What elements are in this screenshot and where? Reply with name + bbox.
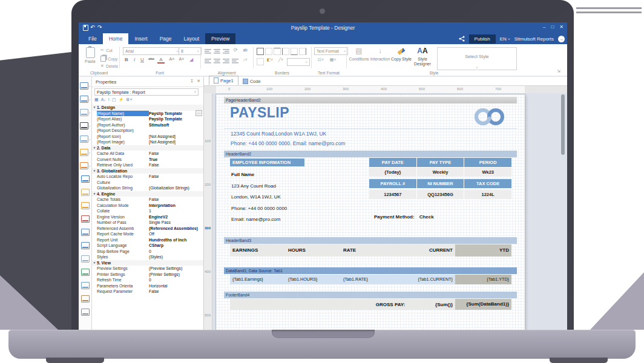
property-row[interactable]: Collate1 xyxy=(92,208,203,214)
table-icon[interactable] xyxy=(81,266,90,279)
page-nav-icon[interactable]: › xyxy=(80,93,90,106)
ellipsis-button[interactable]: … xyxy=(196,110,202,116)
report-cell[interactable]: QQ123456G xyxy=(417,190,465,199)
property-row[interactable]: Request ParameterFalse xyxy=(92,289,203,295)
menu-tab-file[interactable]: File xyxy=(82,33,103,44)
property-row[interactable]: Preview Settings(Preview Settings) xyxy=(92,266,203,272)
report-text[interactable]: London, W1A 1WJ, UK xyxy=(231,192,322,203)
report-cell[interactable]: 1224L xyxy=(464,190,511,199)
report-text[interactable]: Phone: +44 00 0000 0000 xyxy=(231,203,322,215)
property-row[interactable]: Report Cache ModeOff xyxy=(92,231,203,237)
property-row[interactable]: Auto Localize RepoFalse xyxy=(92,174,203,180)
panel-close-icon[interactable]: ✕ xyxy=(197,79,200,83)
left-border-icon[interactable] xyxy=(282,48,289,55)
align-center-icon[interactable] xyxy=(214,59,220,64)
account-avatar-icon[interactable]: → xyxy=(558,36,565,42)
font-size-select[interactable]: 8˅ xyxy=(179,47,202,55)
top-border-icon[interactable] xyxy=(274,48,281,55)
tools-icon[interactable] xyxy=(81,306,90,319)
band-header3[interactable]: HeaderBand3 xyxy=(224,237,517,244)
property-row[interactable]: Script LanguageCSharp xyxy=(92,243,203,249)
report-cell[interactable]: CURRENT xyxy=(398,244,455,257)
align-left-icon[interactable] xyxy=(205,59,211,64)
general-format-icon[interactable]: ⊡˅ xyxy=(316,57,326,62)
align-top-icon[interactable] xyxy=(205,49,211,54)
font-family-select[interactable]: Arial˅ xyxy=(123,47,181,55)
sort-az-icon[interactable]: A↓ xyxy=(101,97,106,102)
property-row[interactable]: Engine VersionEngineV2 xyxy=(92,214,203,220)
outside-border-icon[interactable] xyxy=(257,58,264,65)
report-text[interactable]: Full Name xyxy=(231,169,322,181)
events-icon[interactable]: ⚡ xyxy=(118,97,123,102)
dictionary-icon[interactable]: › xyxy=(80,106,90,119)
no-borders-icon[interactable] xyxy=(265,48,272,55)
property-group[interactable]: ▾5. View xyxy=(92,260,203,266)
property-row[interactable]: Refresh Time0 xyxy=(92,277,203,283)
close-button[interactable]: ✕ xyxy=(559,24,564,30)
image-icon[interactable] xyxy=(81,292,90,306)
report-text[interactable]: 123 Any Count Road xyxy=(231,181,322,192)
folder-band-icon[interactable] xyxy=(81,186,90,199)
align-right-icon[interactable] xyxy=(223,59,229,64)
report-cell[interactable]: TAX CODE xyxy=(464,179,511,188)
language-selector[interactable]: EN ˅ xyxy=(500,36,510,42)
cloud-icon[interactable]: › xyxy=(80,132,90,146)
report-cell[interactable]: PAYROLL # xyxy=(369,179,417,188)
rotate-text-icon[interactable]: ⟳ xyxy=(232,47,239,53)
employee-info-header[interactable]: EMPLOYEE INFORMATION xyxy=(230,159,304,166)
delete-button[interactable]: ✕Delete xyxy=(100,64,118,68)
tab-page1[interactable]: Page1 xyxy=(209,76,238,85)
report-page[interactable]: PageHeaderBand2 PAYSLIP 12345 Count Road… xyxy=(216,94,525,330)
line-spacing-icon[interactable]: ↕˅ xyxy=(241,57,249,62)
property-row[interactable]: Globalization String(Globalization Strin… xyxy=(92,185,203,191)
property-row[interactable]: Convert NullsTrue xyxy=(92,157,203,163)
clear-format-icon[interactable]: ◢ xyxy=(188,57,195,62)
property-group[interactable]: ▾2. Data xyxy=(92,145,203,151)
payment-method[interactable]: Payment Method:Check xyxy=(369,214,434,220)
property-row[interactable]: (Report Image)[Not Assigned] xyxy=(92,139,203,145)
bottom-border-icon[interactable] xyxy=(291,48,298,55)
band-icon[interactable] xyxy=(81,199,90,212)
report-cell[interactable]: YTD xyxy=(455,244,511,257)
report-tree-icon[interactable]: › xyxy=(80,79,90,93)
clock-icon[interactable]: › xyxy=(80,159,90,172)
menu-tab-insert[interactable]: Insert xyxy=(128,33,153,44)
underline-button[interactable]: U xyxy=(139,57,146,62)
report-cell[interactable]: {Tab1.Earnings} xyxy=(230,275,286,284)
report-text[interactable]: Email: name@pro.com xyxy=(231,214,322,226)
publish-button[interactable]: Publish xyxy=(469,34,496,44)
property-row[interactable]: (Report Alias)Payslip Template xyxy=(92,116,203,122)
menu-tab-layout[interactable]: Layout xyxy=(178,33,206,44)
property-row[interactable]: Stop Before Page0 xyxy=(92,249,203,255)
align-justify-icon[interactable] xyxy=(232,59,238,64)
minimize-button[interactable]: – xyxy=(543,24,545,30)
company-contact[interactable]: Phone: +44 00 0000 0000. Email: name@pro… xyxy=(231,140,345,146)
menu-tab-page[interactable]: Page xyxy=(154,33,178,44)
tab-code[interactable]: Code xyxy=(238,77,265,85)
report-cell[interactable]: HOURS xyxy=(286,244,341,257)
select-style-box[interactable]: Select Style ˅ xyxy=(437,47,517,70)
maximize-button[interactable]: □ xyxy=(551,24,554,30)
pin-icon[interactable]: ↧ xyxy=(190,79,194,83)
property-row[interactable]: Culture xyxy=(92,180,203,186)
conditions-button[interactable]: ▤ Conditions xyxy=(349,47,369,62)
align-middle-icon[interactable] xyxy=(214,49,220,54)
text-component-icon[interactable] xyxy=(81,212,90,226)
band-page-header[interactable]: PageHeaderBand2 xyxy=(224,97,517,103)
property-row[interactable]: Retrieve Only UsedFalse xyxy=(92,162,203,168)
wrap-text-icon[interactable]: ab xyxy=(241,48,249,52)
report-cell[interactable]: EARNINGS xyxy=(230,244,286,257)
text-in-cells-icon[interactable] xyxy=(81,226,90,239)
style-dialog-launcher-icon[interactable]: ⇲ xyxy=(557,69,560,74)
data-band-icon[interactable] xyxy=(81,279,90,292)
style-designer-button[interactable]: AA Style Designer xyxy=(412,47,433,67)
barcode-icon[interactable]: › xyxy=(80,119,90,132)
chart-icon[interactable]: › xyxy=(80,146,90,159)
shrink-font-button[interactable]: A˅ xyxy=(177,57,186,61)
right-border-icon[interactable] xyxy=(299,48,306,55)
report-cell[interactable]: {Tab1.RATE} xyxy=(341,275,398,284)
border-style-icon[interactable]: ╱˅ xyxy=(276,57,286,62)
gross-pay-cell[interactable]: GROSS PAY: {Sum()} xyxy=(230,299,455,310)
property-row[interactable]: Printer Settings(Printer Settings) xyxy=(92,272,203,278)
report-cell[interactable]: PAY DATE xyxy=(369,158,417,167)
